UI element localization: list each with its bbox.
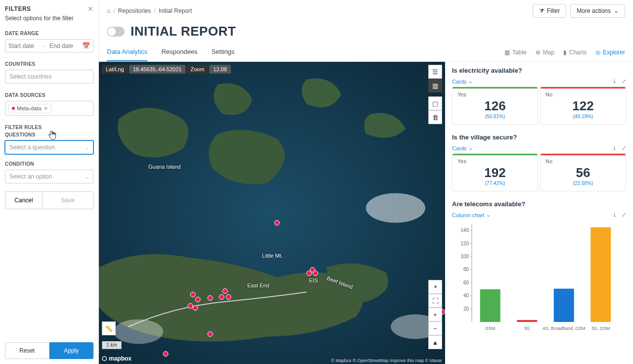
svg-text:100: 100 — [460, 254, 469, 259]
chevron-down-icon: ⌄ — [468, 78, 473, 85]
data-source-tag[interactable]: Meta-data ✕ — [8, 104, 51, 113]
main-area: ⌂ / Repositories / Initial Report ⧩Filte… — [99, 0, 633, 364]
dot-icon — [12, 107, 15, 110]
telecoms-chart: 20406080100120140GSM3G4G, Broadband, GSM… — [452, 220, 626, 334]
layers-icon[interactable]: ☰ — [428, 65, 442, 79]
chevron-down-icon: ⌄ — [85, 174, 89, 180]
start-date-input[interactable] — [8, 43, 38, 49]
stat-card: Yes126(50.81%) — [452, 87, 538, 125]
end-date-input[interactable] — [49, 43, 79, 49]
remove-tag-icon[interactable]: ✕ — [44, 105, 48, 112]
svg-point-10 — [219, 295, 224, 300]
expand-icon[interactable]: ⤢ — [622, 145, 626, 151]
svg-text:80: 80 — [463, 267, 469, 272]
label-data-sources: DATA SOURCES — [5, 92, 93, 98]
tab-settings[interactable]: Settings — [211, 43, 234, 61]
svg-point-7 — [193, 306, 198, 311]
zoom-label: Zoom — [186, 65, 208, 74]
calendar-icon[interactable]: 📅 — [82, 42, 90, 49]
sidebar-title: FILTERS — [5, 5, 31, 12]
cancel-button[interactable]: Cancel — [5, 191, 43, 209]
svg-text:60: 60 — [463, 280, 469, 285]
countries-select[interactable]: Select countries — [5, 70, 93, 84]
panel-telecoms: Are telecoms available? Column chart⌄ ⤓⤢… — [452, 200, 626, 334]
map[interactable]: Guana Island Little Mt. East End EIS Bee… — [99, 62, 445, 364]
svg-point-11 — [226, 295, 231, 300]
question-title: Is the village secure? — [452, 134, 626, 141]
label-filter-rules: FILTER RULES — [5, 125, 93, 130]
stats-icon[interactable]: ▥ — [428, 79, 442, 92]
stat-card: No122(49.19%) — [540, 87, 626, 125]
chevron-down-icon: ⌄ — [486, 212, 491, 218]
download-icon[interactable]: ⤓ — [612, 145, 617, 151]
view-table[interactable]: ▦Table — [504, 49, 527, 56]
map-attribution: © Mapbox © OpenStreetMap Improve this ma… — [331, 358, 442, 363]
crumb-repositories[interactable]: Repositories — [118, 7, 151, 14]
more-actions-button[interactable]: More actions⌄ — [570, 4, 625, 18]
tab-data-analytics[interactable]: Data Analytics — [107, 43, 147, 61]
svg-text:40: 40 — [463, 293, 469, 298]
map-label: EIS — [309, 277, 318, 283]
svg-rect-33 — [480, 289, 500, 322]
svg-text:4G, Broadband, GSM: 4G, Broadband, GSM — [543, 326, 586, 331]
date-range-input[interactable]: → 📅 — [5, 39, 93, 52]
zoom-value: 12.08 — [209, 65, 231, 74]
svg-point-17 — [163, 352, 168, 357]
expand-icon[interactable]: ⤢ — [622, 78, 626, 85]
home-icon[interactable]: ⌂ — [107, 7, 110, 14]
zoom-out-button[interactable]: − — [428, 321, 442, 335]
fullscreen-icon[interactable]: ⛶ — [428, 294, 442, 308]
save-button[interactable]: Save — [43, 191, 93, 209]
label-countries: COUNTRIES — [5, 61, 93, 67]
zoom-in-button[interactable]: + — [428, 308, 442, 321]
map-label: Guana Island — [148, 164, 181, 170]
svg-point-9 — [208, 296, 213, 301]
publish-toggle[interactable] — [107, 27, 125, 37]
svg-point-1 — [366, 193, 425, 223]
chevron-down-icon: ⌄ — [468, 145, 473, 151]
breadcrumb: ⌂ / Repositories / Initial Report — [107, 7, 192, 14]
panel-secure: Is the village secure? Cards⌄ ⤓⤢ Yes192(… — [452, 134, 626, 191]
close-icon[interactable]: ✕ — [88, 5, 93, 13]
download-icon[interactable]: ⤓ — [612, 78, 617, 85]
viz-selector[interactable]: Column chart⌄ — [452, 212, 491, 218]
filter-button[interactable]: ⧩Filter — [533, 4, 567, 18]
svg-text:GSM: GSM — [485, 326, 496, 331]
expand-icon[interactable]: ⤢ — [622, 212, 626, 218]
draw-icon[interactable]: ▢ — [428, 96, 442, 110]
svg-text:3G, GSM: 3G, GSM — [591, 326, 610, 331]
question-select[interactable]: Select a question ⌄ — [5, 140, 93, 154]
question-title: Is electricity available? — [452, 67, 626, 74]
ruler-icon[interactable]: 📏 — [102, 321, 116, 335]
view-charts[interactable]: ▮Charts — [563, 49, 587, 56]
view-map[interactable]: ⊕Map — [536, 49, 554, 56]
map-scale: 1 km — [102, 341, 122, 349]
view-explorer[interactable]: ◎Explorer — [595, 49, 625, 56]
map-label: East End — [247, 282, 270, 288]
filter-icon: ⧩ — [539, 7, 544, 14]
trash-icon[interactable]: 🗑 — [428, 110, 442, 124]
viz-selector[interactable]: Cards⌄ — [452, 78, 473, 85]
viz-selector[interactable]: Cards⌄ — [452, 145, 473, 151]
stat-card: Yes192(77.42%) — [452, 153, 538, 191]
download-icon[interactable]: ⤓ — [612, 212, 617, 218]
apply-button[interactable]: Apply — [49, 342, 94, 359]
map-label: Little Mt. — [262, 253, 283, 259]
data-sources-box[interactable]: Meta-data ✕ — [5, 101, 93, 116]
svg-point-6 — [195, 297, 200, 302]
tab-respondees[interactable]: Respondees — [161, 43, 197, 61]
crumb-current[interactable]: Initial Report — [159, 7, 192, 14]
svg-rect-37 — [554, 289, 574, 322]
latlng-label: Lat/Lng — [102, 65, 128, 74]
condition-select[interactable]: Select an option ⌄ — [5, 170, 93, 183]
sidebar-subtitle: Select options for the filter — [5, 15, 93, 22]
locate-icon[interactable]: ⌖ — [428, 280, 442, 294]
compass-icon: ◎ — [595, 49, 600, 56]
reset-button[interactable]: Reset — [5, 342, 49, 359]
filters-sidebar: FILTERS ✕ Select options for the filter … — [0, 0, 99, 364]
compass-icon[interactable]: ▲ — [428, 335, 442, 349]
svg-point-12 — [223, 289, 227, 294]
svg-rect-39 — [590, 228, 611, 322]
svg-point-4 — [274, 221, 279, 226]
chevron-down-icon: ⌄ — [85, 145, 89, 150]
